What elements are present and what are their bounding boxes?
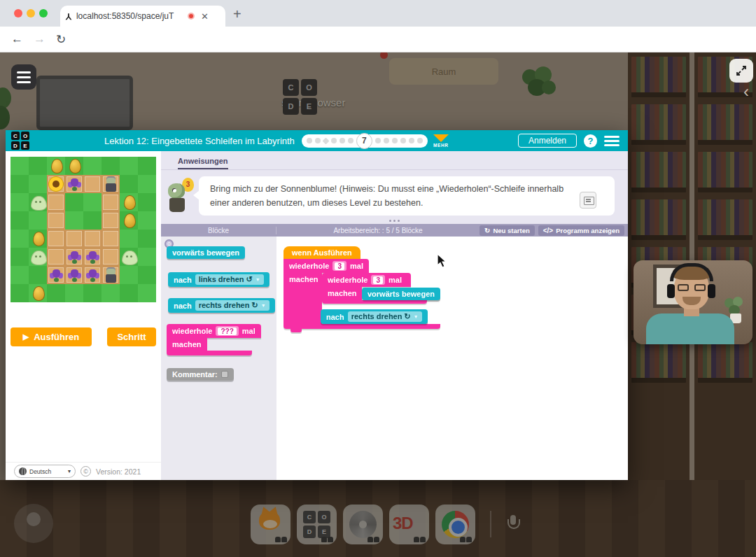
repeat-count-field[interactable]: 3	[335, 262, 344, 270]
maze-cell	[138, 284, 156, 302]
workspace-count-label: Arbeitsbereich: : 5 / 5 Blöcke	[276, 227, 479, 234]
app-header: CO DE Lektion 12: Eingebettete Schleifen…	[6, 130, 628, 151]
restart-button[interactable]: ↻ Neu starten	[479, 225, 535, 236]
maze-cell	[65, 211, 83, 230]
code-workspace[interactable]: wenn Ausführen wiederhole 3 mal machen	[276, 237, 628, 480]
resize-handle[interactable]	[389, 220, 400, 222]
new-tab-button[interactable]: +	[233, 6, 241, 22]
tab-anweisungen[interactable]: Anweisungen	[178, 157, 228, 169]
level-dot[interactable]	[400, 138, 406, 143]
recording-indicator-icon	[188, 13, 195, 20]
turn-direction-dropdown[interactable]: rechts drehen ↻ ▼	[195, 300, 270, 311]
maze-cell	[138, 157, 156, 175]
maze-cell	[83, 211, 102, 230]
maze-cell	[102, 211, 120, 230]
chevron-left-icon[interactable]: ‹	[743, 82, 749, 101]
palette-block-comment[interactable]: Kommentar:	[167, 368, 234, 381]
blocks-column-label: Blöcke	[161, 227, 276, 234]
copyright-icon[interactable]: ©	[80, 466, 91, 477]
maze-cell	[138, 266, 156, 284]
zombie-sprite	[102, 266, 120, 284]
level-dot[interactable]	[375, 138, 381, 143]
maze-cell	[120, 175, 138, 193]
more-levels-dropdown[interactable]: MEHR	[433, 134, 449, 148]
palette-block-move[interactable]: vorwärts bewegen	[167, 246, 245, 259]
flower-sprite	[83, 248, 102, 266]
maze-cell	[120, 284, 138, 302]
window-zoom-button[interactable]	[39, 9, 48, 17]
instruction-text: Bring mich zu der Sonnenblume! (Hinweis:…	[210, 182, 588, 196]
instructions-tab-bar: Anweisungen	[161, 151, 628, 170]
maze-cell	[29, 175, 47, 193]
repeat-count-field[interactable]: 3	[373, 276, 383, 284]
level-dot[interactable]	[340, 138, 345, 143]
read-aloud-button[interactable]	[580, 192, 596, 209]
webcam-video[interactable]	[634, 260, 752, 344]
run-button[interactable]: ▶ Ausführen	[10, 327, 92, 346]
collapse-view-button[interactable]	[729, 59, 753, 83]
maze-cell	[29, 266, 47, 284]
inner-repeat-block[interactable]: wiederhole 3 mal machen	[322, 273, 440, 304]
back-button[interactable]: ←	[11, 32, 23, 46]
when-run-block[interactable]: wenn Ausführen	[284, 246, 360, 259]
maze-cell	[65, 230, 83, 248]
browser-tab[interactable]: ⅄ localhost:58350/space/juT ✕	[60, 6, 225, 27]
maze-cell	[138, 230, 156, 248]
palette-block-turn-right[interactable]: nach rechts drehen ↻ ▼	[168, 298, 275, 313]
screen: ⅄ localhost:58350/space/juT ✕ + ← → ↻ i …	[0, 0, 756, 557]
maze-cell	[102, 157, 120, 175]
zombie-sprite	[102, 175, 120, 193]
maze-cell	[138, 193, 156, 211]
level-dot[interactable]	[348, 138, 354, 143]
repeat-count-field[interactable]: ???	[218, 327, 236, 335]
chevron-down-icon: ▾	[68, 468, 71, 474]
current-level-badge[interactable]: 7	[356, 133, 372, 149]
maze-cell	[10, 284, 29, 302]
move-forward-block[interactable]: vorwärts bewegen	[362, 288, 440, 300]
egg-sprite	[29, 284, 47, 302]
window-close-button[interactable]	[14, 9, 22, 17]
blob-sprite	[29, 193, 47, 211]
help-button[interactable]: ?	[584, 134, 597, 148]
show-code-button[interactable]: </> Programm anzeigen	[538, 225, 624, 236]
maze-cell	[83, 230, 102, 248]
tab-favicon-icon: ⅄	[66, 11, 71, 21]
step-button[interactable]: Schritt	[107, 327, 156, 346]
comment-field[interactable]	[221, 371, 228, 378]
forward-button[interactable]: →	[34, 32, 46, 46]
language-select[interactable]: Deutsch ▾	[14, 465, 76, 478]
turn-direction-dropdown[interactable]: rechts drehen ↻ ▼	[348, 311, 422, 322]
maze-cell	[83, 193, 102, 211]
turn-direction-dropdown[interactable]: links drehen ↺ ▼	[195, 274, 264, 285]
reload-button[interactable]: ↻	[56, 32, 66, 47]
level-dot[interactable]	[409, 138, 414, 143]
sunflower-sprite	[47, 175, 65, 193]
turn-right-block[interactable]: nach rechts drehen ↻ ▼	[321, 309, 428, 324]
level-dot[interactable]	[392, 138, 398, 143]
app-body: ▶ Ausführen Schritt Deutsch ▾ © Version:…	[6, 151, 628, 480]
level-dot[interactable]	[417, 138, 423, 143]
app-menu-button[interactable]	[604, 136, 620, 146]
maze-cell	[47, 248, 65, 266]
maze-cell	[10, 175, 29, 193]
browser-tab-strip: ⅄ localhost:58350/space/juT ✕ +	[0, 0, 756, 27]
palette-block-turn-left[interactable]: nach links drehen ↺ ▼	[168, 272, 270, 287]
level-dot[interactable]	[322, 137, 329, 144]
outer-repeat-block[interactable]: wiederhole 3 mal machen wiederhole	[284, 259, 440, 332]
palette-block-repeat[interactable]: wiederhole ??? mal machen	[167, 324, 261, 355]
level-dot[interactable]	[331, 138, 337, 143]
person-shirt	[646, 313, 734, 344]
egg-sprite	[65, 157, 83, 175]
level-dot[interactable]	[315, 138, 321, 143]
chevron-down-icon	[433, 134, 449, 142]
level-dot[interactable]	[384, 138, 389, 143]
blob-sprite	[120, 248, 138, 266]
tab-close-icon[interactable]: ✕	[201, 11, 209, 22]
version-label: Version: 2021	[96, 467, 141, 476]
sign-in-button[interactable]: Anmelden	[518, 134, 577, 148]
maze-cell	[47, 211, 65, 230]
chevron-down-icon: ▼	[255, 277, 260, 282]
window-minimize-button[interactable]	[27, 9, 35, 17]
room-menu-button[interactable]	[11, 64, 36, 90]
level-dot[interactable]	[307, 138, 312, 143]
